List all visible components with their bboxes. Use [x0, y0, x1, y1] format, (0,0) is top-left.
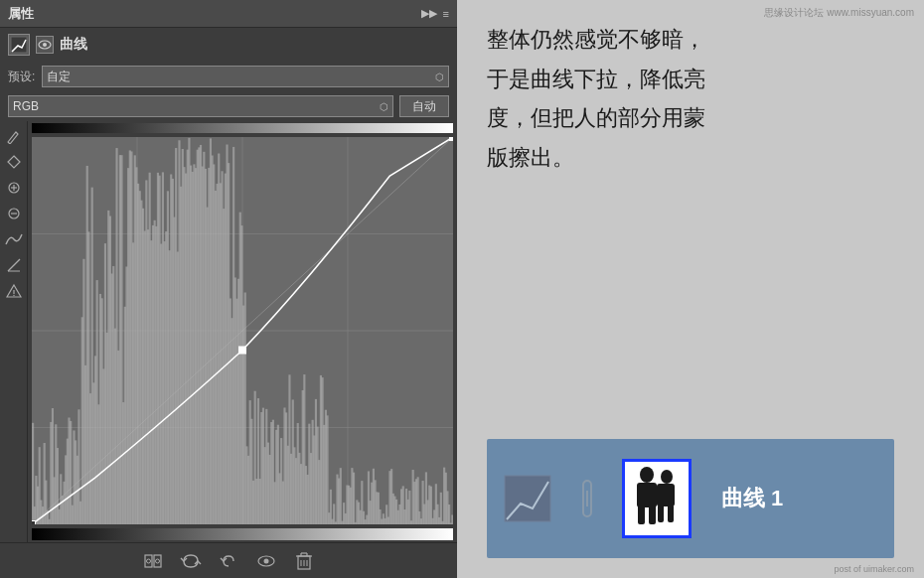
left-panel: 属性 ▶▶ ≡ 曲线 预设: 自定 ⬡ RGB: [0, 0, 457, 578]
tools-sidebar: [0, 121, 28, 542]
bottom-toolbar: [0, 542, 457, 578]
layer-preview-box: 曲线 1: [487, 439, 894, 558]
watermark-bottom: post of uimaker.com: [834, 564, 914, 574]
tool-remove-point[interactable]: [3, 203, 25, 224]
visibility-icon[interactable]: [36, 36, 54, 54]
tool-warning[interactable]: [3, 280, 25, 302]
panel-title: 属性: [8, 5, 421, 23]
desc-line2: 于是曲线下拉，降低亮: [487, 60, 894, 99]
svg-point-15: [156, 559, 160, 563]
tool-add-point[interactable]: [3, 177, 25, 199]
preset-label: 预设:: [8, 69, 36, 85]
layer-link-icon: [572, 474, 602, 523]
desc-line1: 整体仍然感觉不够暗，: [487, 20, 894, 60]
svg-rect-34: [649, 505, 656, 524]
layer-curves-icon: [503, 474, 552, 523]
preset-value: 自定: [47, 69, 71, 85]
svg-rect-33: [638, 505, 645, 524]
svg-rect-32: [657, 484, 675, 506]
auto-button[interactable]: 自动: [399, 95, 449, 117]
svg-rect-30: [637, 483, 657, 507]
desc-line4: 版擦出。: [487, 138, 894, 178]
bottom-tool-delete[interactable]: [291, 548, 317, 574]
tool-smooth[interactable]: [3, 228, 25, 250]
preset-dropdown-arrow: ⬡: [435, 72, 444, 82]
svg-point-29: [640, 467, 654, 483]
curves-chart[interactable]: [32, 137, 453, 524]
panel-header: 属性 ▶▶ ≡: [0, 0, 457, 28]
menu-icon[interactable]: ≡: [443, 8, 449, 20]
main-area: [0, 121, 457, 542]
curves-header: 曲线: [0, 28, 457, 62]
expand-icon[interactable]: ▶▶: [421, 7, 437, 20]
preset-select[interactable]: 自定 ⬡: [42, 66, 449, 87]
preset-row: 预设: 自定 ⬡: [0, 62, 457, 91]
bottom-gradient-bar: [32, 528, 453, 540]
right-panel: 思缘设计论坛 www.missyuan.com 整体仍然感觉不够暗， 于是曲线下…: [457, 0, 924, 578]
channel-dropdown-arrow: ⬡: [380, 101, 388, 112]
bottom-tool-eye[interactable]: [253, 548, 279, 574]
layer-mask-thumbnail: [622, 459, 692, 538]
panel-header-icons: ▶▶ ≡: [421, 7, 449, 20]
tool-pencil[interactable]: [3, 125, 25, 147]
svg-point-31: [661, 470, 673, 484]
curves-title: 曲线: [60, 36, 87, 54]
bottom-tool-clip[interactable]: [140, 548, 166, 574]
svg-point-11: [13, 295, 14, 296]
layer-name: 曲线 1: [721, 484, 783, 513]
curves-adjustment-icon[interactable]: [8, 34, 30, 56]
channel-select[interactable]: RGB ⬡: [8, 95, 393, 117]
rgb-row: RGB ⬡ 自动: [0, 91, 457, 121]
svg-rect-35: [658, 505, 664, 522]
tool-pen[interactable]: [3, 151, 25, 173]
watermark-top: 思缘设计论坛 www.missyuan.com: [764, 6, 914, 20]
svg-point-17: [264, 558, 269, 563]
tool-corner[interactable]: [3, 254, 25, 276]
bottom-tool-undo[interactable]: [216, 548, 241, 574]
svg-rect-36: [668, 505, 674, 522]
top-gradient-bar: [32, 123, 453, 133]
channel-value: RGB: [13, 99, 39, 113]
curves-canvas-area: [28, 121, 457, 542]
desc-line3: 度，但把人的部分用蒙: [487, 98, 894, 138]
bottom-tool-reset[interactable]: [178, 548, 204, 574]
svg-point-2: [43, 43, 47, 47]
svg-point-14: [147, 559, 151, 563]
